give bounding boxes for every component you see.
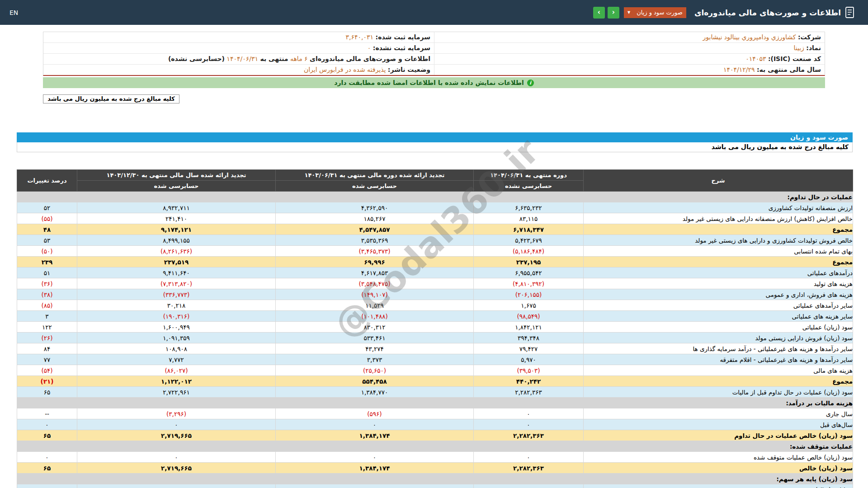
table-row: خالص فروش تولیدات کشاورزی و دارایی های ز… bbox=[17, 235, 853, 246]
value-change-pct: (۲۶) bbox=[17, 333, 77, 343]
page-title: اطلاعات و صورت‌های مالی میاندوره‌ای bbox=[694, 8, 841, 17]
value-change-pct: ۷۷ bbox=[17, 354, 77, 365]
section-label: سود (زیان) پایه هر سهم: bbox=[17, 474, 853, 484]
row-desc: سود (زیان) خالص bbox=[584, 463, 853, 474]
value-change-pct: ۶۵ bbox=[17, 430, 77, 441]
value-current-period: ۵,۴۲۳,۶۷۹ bbox=[474, 235, 584, 246]
info-value: ۰ bbox=[368, 44, 371, 52]
next-report-button[interactable]: › bbox=[608, 7, 619, 19]
statement-unit-note: کلیه مبالغ درج شده به میلیون ریال می باش… bbox=[17, 142, 853, 152]
row-desc: سود (زیان) خالص عملیات متوقف شده bbox=[584, 452, 853, 463]
row-desc: سود (زیان) عملیات در حال تداوم قبل از ما… bbox=[584, 387, 853, 398]
value-change-pct: ۰ bbox=[17, 419, 77, 430]
report-icon bbox=[844, 6, 855, 19]
value-prior-period: (۳,۵۴۸,۴۷۵) bbox=[276, 278, 474, 289]
value-prior-period: ۰ bbox=[276, 419, 474, 430]
info-row: کد صنعت (ISIC): ۰۱۴۰۵۳ اطلاعات و صورت‌ها… bbox=[43, 53, 825, 64]
value-prior-period: (۵۹۶) bbox=[276, 408, 474, 419]
report-type-selected-value: صورت سود و زیان bbox=[637, 9, 683, 16]
info-cell-right: نماد: زبينا bbox=[434, 43, 825, 53]
value-change-pct: (۵۵) bbox=[17, 213, 77, 224]
chevron-right-icon: › bbox=[612, 9, 615, 16]
language-switch-en[interactable]: EN bbox=[9, 9, 18, 16]
table-row: هزینه های فروش، اداری و عمومی(۲۰۶,۱۵۵)(۱… bbox=[17, 289, 853, 300]
row-desc: سایر درآمدها و هزینه های غیرعملیاتی - در… bbox=[584, 343, 853, 354]
value-prior-year: ۳۰,۲۱۸ bbox=[77, 300, 276, 311]
info-label: نماد: bbox=[806, 44, 821, 52]
prev-report-button[interactable]: ‹ bbox=[593, 7, 605, 19]
row-desc: خالص افزایش (کاهش) ارزش منصفانه دارایی ه… bbox=[584, 213, 853, 224]
value-prior-year: ۰ bbox=[77, 419, 276, 430]
value-prior-period: ۴,۵۴۷,۸۵۷ bbox=[276, 224, 474, 235]
row-desc: عملیاتی (ریال) bbox=[584, 484, 853, 488]
value-prior-period: ۵۳۳,۴۶۱ bbox=[276, 333, 474, 343]
chevron-left-icon: ‹ bbox=[598, 9, 600, 16]
info-value: ۱۴۰۴/۱۲/۲۹ bbox=[723, 66, 755, 73]
value-prior-year: (۸,۲۶۱,۶۳۶) bbox=[77, 246, 276, 257]
value-current-period: ۵,۹۷۰ bbox=[474, 354, 584, 365]
table-row: سایر درآمدها و هزینه های غیرعملیاتی - در… bbox=[17, 343, 853, 354]
value-prior-year: ۲,۷۱۹,۶۶۵ bbox=[77, 430, 276, 441]
col-header-desc: شرح bbox=[584, 170, 853, 192]
value-change-pct: -- bbox=[17, 408, 77, 419]
value-change-pct: (۸۵) bbox=[17, 300, 77, 311]
value-change-pct: ۶۵ bbox=[17, 463, 77, 474]
col-header-prior-year: تجدید ارائه شده سال مالی منتهی به ۱۴۰۳/۱… bbox=[77, 170, 276, 181]
report-type-select[interactable]: صورت سود و زیان ▼ bbox=[624, 7, 686, 18]
info-label: سرمایه ثبت نشده: bbox=[373, 44, 430, 52]
value-prior-period: ۱۸۵,۲۶۷ bbox=[276, 213, 474, 224]
table-row: سایر درآمدها و هزینه های غیرعملیاتی - اق… bbox=[17, 354, 853, 365]
row-desc: سود (زیان) خالص عملیات در حال تداوم bbox=[584, 430, 853, 441]
section-row: عملیات متوقف شده: bbox=[17, 441, 853, 452]
col-header-change-pct: درصد تغییرات bbox=[17, 170, 77, 192]
table-row: ارزش منصفانه تولیدات کشاورزی۶,۶۳۵,۲۳۲۴,۳… bbox=[17, 202, 853, 213]
value-change-pct: ۸۴ bbox=[17, 343, 77, 354]
section-row: هزینه مالیات بر درآمد: bbox=[17, 398, 853, 408]
value-current-period: ۱,۸۴۲,۱۲۱ bbox=[474, 322, 584, 333]
info-value: ۱۴۰۴/۰۶/۳۱ bbox=[226, 55, 258, 62]
value-prior-period: ۱,۳۸۴,۷۷۰ bbox=[276, 387, 474, 398]
value-change-pct: ۰ bbox=[17, 452, 77, 463]
value-prior-year: ۱,۶۰۰,۹۴۹ bbox=[77, 322, 276, 333]
value-change-pct: ۵۲ bbox=[17, 202, 77, 213]
value-prior-year: ۹,۴۱۱,۶۴۰ bbox=[77, 267, 276, 278]
table-row: مجموع۶,۷۱۸,۳۴۷۴,۵۴۷,۸۵۷۹,۱۷۴,۱۲۱۴۸ bbox=[17, 224, 853, 235]
value-current-period: (۲۰۶,۱۵۵) bbox=[474, 289, 584, 300]
value-prior-year: (۳۳۶,۷۷۳) bbox=[77, 289, 276, 300]
value-prior-year: ۹,۱۷۴,۱۲۱ bbox=[77, 224, 276, 235]
row-desc: سایر هزینه های عملیاتی bbox=[584, 311, 853, 322]
value-prior-year: ۴۴۰ bbox=[77, 484, 276, 488]
value-change-pct: (۳۶) bbox=[17, 278, 77, 289]
info-label: کد صنعت (ISIC): bbox=[768, 55, 821, 62]
value-current-period: (۹۸,۵۴۹) bbox=[474, 311, 584, 322]
value-current-period: (۵,۱۸۶,۴۸۴) bbox=[474, 246, 584, 257]
value-prior-year: ۱,۰۹۱,۳۵۹ bbox=[77, 333, 276, 343]
info-label: اطلاعات و صورت‌های مالی میاندوره‌ای bbox=[310, 55, 430, 62]
table-row: هزینه های تولید(۴,۸۱۰,۳۹۲)(۳,۵۴۸,۴۷۵)(۷,… bbox=[17, 278, 853, 289]
info-cell-right: سال مالی منتهی به: ۱۴۰۴/۱۲/۲۹ bbox=[434, 65, 825, 75]
info-cell-left: سرمایه ثبت نشده: ۰ bbox=[43, 43, 434, 53]
top-bar-inner: EN ‹ › صورت سود و زیان ▼ اطلاعات و صورت‌… bbox=[0, 0, 855, 25]
value-current-period: ۰ bbox=[474, 452, 584, 463]
value-prior-period: ۸۳۰,۳۱۲ bbox=[276, 322, 474, 333]
income-statement-table: شرح دوره منتهی به ۱۴۰۴/۰۶/۳۱ تجدید ارائه… bbox=[17, 169, 853, 488]
value-prior-year: ۲,۷۲۲,۹۶۱ bbox=[77, 387, 276, 398]
signature-banner: i اطلاعات نمایش داده شده با اطلاعات امضا… bbox=[43, 77, 825, 88]
value-prior-year: ۰ bbox=[77, 452, 276, 463]
table-row: سود (زیان) فروش دارایی زیستی مولد۳۹۴,۳۴۸… bbox=[17, 333, 853, 343]
col-subheader-current-audit: حسابرسی نشده bbox=[474, 181, 584, 192]
value-prior-period: (۱۰۱,۴۸۸) bbox=[276, 311, 474, 322]
row-desc: هزینه های مالی bbox=[584, 365, 853, 376]
value-current-period: ۷۹,۴۲۷ bbox=[474, 343, 584, 354]
value-prior-year: ۲۳۷,۵۱۹ bbox=[77, 257, 276, 267]
value-current-period: ۲,۲۸۲,۳۶۳ bbox=[474, 430, 584, 441]
value-change-pct: (۳۸) bbox=[17, 289, 77, 300]
table-row: درآمدهای عملیاتی۶,۹۵۵,۵۴۲۴,۶۱۷,۸۵۳۹,۴۱۱,… bbox=[17, 267, 853, 278]
section-label: عملیات در حال تداوم: bbox=[17, 192, 853, 202]
value-prior-period: ۳,۵۳۵,۳۶۹ bbox=[276, 235, 474, 246]
info-row: شرکت: کشاورزي ودامپروري بينالود نيشابور … bbox=[43, 32, 825, 42]
value-change-pct: ۵۱ bbox=[17, 267, 77, 278]
value-current-period: ۶,۷۱۸,۳۴۷ bbox=[474, 224, 584, 235]
row-desc: سال جاری bbox=[584, 408, 853, 419]
row-desc: سال‌های قبل bbox=[584, 419, 853, 430]
